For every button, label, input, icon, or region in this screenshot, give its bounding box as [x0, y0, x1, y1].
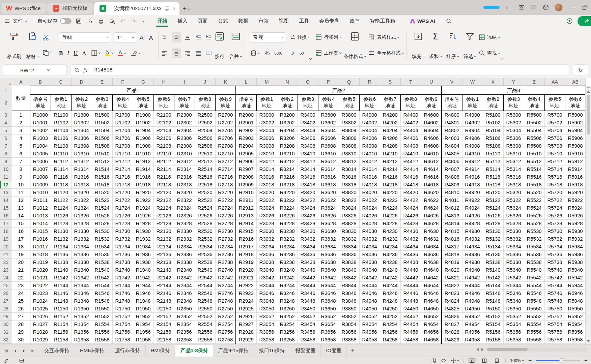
cell[interactable]: R2506 — [195, 134, 215, 142]
cell[interactable]: R4428 — [400, 219, 421, 227]
cell[interactable]: R3844 — [339, 281, 359, 289]
column-header-E[interactable]: E — [92, 78, 112, 86]
home-tab[interactable]: W WPS Office — [1, 3, 46, 14]
cell[interactable]: R2714 — [215, 165, 236, 173]
column-header-D[interactable]: D — [71, 78, 92, 86]
increase-decimal-button[interactable]: ←.0 — [287, 51, 294, 55]
cell[interactable]: R5704 — [544, 126, 565, 134]
next-sheet-icon[interactable] — [22, 348, 26, 353]
cell[interactable]: R3824 — [339, 204, 359, 212]
align-middle-icon[interactable] — [173, 33, 180, 40]
cell[interactable]: R3852 — [339, 312, 359, 320]
cell[interactable]: R1348 — [71, 297, 92, 305]
cell[interactable]: R3642 — [318, 274, 339, 281]
column-header-T[interactable]: T — [400, 78, 421, 86]
cell[interactable]: R2927 — [236, 320, 256, 328]
cell[interactable]: R2534 — [195, 243, 215, 250]
cell[interactable]: R4012 — [359, 157, 380, 165]
cell[interactable]: R5346 — [503, 289, 524, 297]
cell[interactable]: R1338 — [71, 258, 92, 266]
cell[interactable]: R1023 — [30, 289, 51, 297]
menu-tab-开始[interactable]: 开始 — [153, 16, 172, 27]
share-button[interactable] — [578, 16, 591, 26]
cell[interactable]: R4020 — [359, 188, 380, 196]
row-header-21[interactable]: 21 — [0, 250, 12, 258]
cell[interactable]: R3610 — [318, 150, 339, 157]
cell[interactable]: R3246 — [277, 289, 298, 297]
cell[interactable]: 22 — [12, 274, 30, 281]
cell[interactable]: R1314 — [71, 165, 92, 173]
row-header-24[interactable]: 24 — [0, 274, 12, 281]
cell[interactable]: R5530 — [524, 227, 544, 235]
cell[interactable]: 28 — [12, 320, 30, 328]
cell[interactable]: R5734 — [544, 243, 565, 250]
cell[interactable]: R5324 — [503, 204, 524, 212]
cell[interactable]: R3222 — [277, 196, 298, 204]
cell[interactable]: R2320 — [174, 188, 195, 196]
cell[interactable]: R4406 — [400, 134, 421, 142]
column-header-H[interactable]: H — [153, 78, 174, 86]
grow-font-button[interactable]: A+ — [140, 33, 146, 41]
last-sheet-icon[interactable] — [30, 348, 35, 353]
cell[interactable]: R5506 — [524, 134, 544, 142]
cell[interactable]: R1118 — [51, 181, 71, 188]
cell[interactable]: R5158 — [483, 336, 503, 343]
cell[interactable]: R1900 — [133, 111, 153, 119]
cell[interactable]: R1542 — [92, 274, 112, 281]
cell[interactable]: R3414 — [298, 165, 318, 173]
cell[interactable]: R2918 — [236, 250, 256, 258]
align-center-icon[interactable] — [173, 49, 180, 56]
cell[interactable]: 27 — [12, 312, 30, 320]
cell[interactable]: 25 — [12, 297, 30, 305]
cell[interactable]: R1136 — [51, 250, 71, 258]
upload-cloud-icon[interactable] — [566, 18, 573, 24]
sheet-tab-接口16保持[interactable]: 接口16保持 — [254, 345, 290, 357]
cell[interactable]: R1344 — [71, 281, 92, 289]
cell[interactable]: R4014 — [359, 165, 380, 173]
cell[interactable]: R3632 — [318, 235, 339, 243]
cell[interactable]: R2748 — [215, 297, 236, 305]
cell[interactable]: 17 — [12, 235, 30, 243]
column-header-W[interactable]: W — [462, 78, 483, 86]
cell[interactable]: R3818 — [339, 181, 359, 188]
param-header[interactable]: 指令号地址 — [236, 95, 256, 111]
cell[interactable]: R2702 — [215, 119, 236, 126]
cell[interactable]: R1940 — [133, 266, 153, 274]
cell[interactable]: R5756 — [544, 328, 565, 336]
cell[interactable]: R2922 — [236, 281, 256, 289]
cell[interactable]: R5724 — [544, 204, 565, 212]
formula-input[interactable]: fx R14818 — [70, 64, 569, 76]
cell[interactable]: R1736 — [112, 250, 133, 258]
product-group-header[interactable]: 产品1 — [30, 86, 236, 95]
cell[interactable]: R1520 — [92, 188, 112, 196]
cell[interactable]: R5136 — [483, 250, 503, 258]
cell[interactable]: R2740 — [215, 266, 236, 274]
cell[interactable]: R1304 — [71, 126, 92, 134]
cell[interactable]: R2132 — [153, 235, 174, 243]
menu-tab-智能工具箱[interactable]: 智能工具箱 — [365, 16, 399, 27]
cell[interactable]: R5124 — [483, 204, 503, 212]
cell[interactable]: R1112 — [51, 157, 71, 165]
cell[interactable]: R4914 — [462, 165, 483, 173]
cell[interactable]: R1556 — [92, 328, 112, 336]
cell[interactable]: R3244 — [277, 281, 298, 289]
cell[interactable]: R3424 — [298, 204, 318, 212]
cell[interactable]: R2902 — [236, 126, 256, 134]
cell[interactable]: R2917 — [236, 243, 256, 250]
cell[interactable]: R5358 — [503, 336, 524, 343]
cell[interactable]: 23 — [12, 281, 30, 289]
cell[interactable]: R2348 — [174, 297, 195, 305]
cell[interactable]: R4410 — [400, 150, 421, 157]
cell[interactable]: R2306 — [174, 134, 195, 142]
cell[interactable]: R5718 — [544, 181, 565, 188]
column-header-Y[interactable]: Y — [503, 78, 524, 86]
cell[interactable]: R5526 — [524, 212, 544, 219]
cell[interactable]: R2118 — [153, 181, 174, 188]
cell[interactable]: R1702 — [112, 119, 133, 126]
cell[interactable]: R3230 — [277, 227, 298, 235]
row-header-7[interactable]: 7 — [0, 142, 12, 150]
align-top-icon[interactable] — [161, 34, 168, 41]
cell[interactable]: R4038 — [359, 258, 380, 266]
cell[interactable]: R4050 — [359, 305, 380, 312]
cell[interactable]: R1510 — [92, 150, 112, 157]
